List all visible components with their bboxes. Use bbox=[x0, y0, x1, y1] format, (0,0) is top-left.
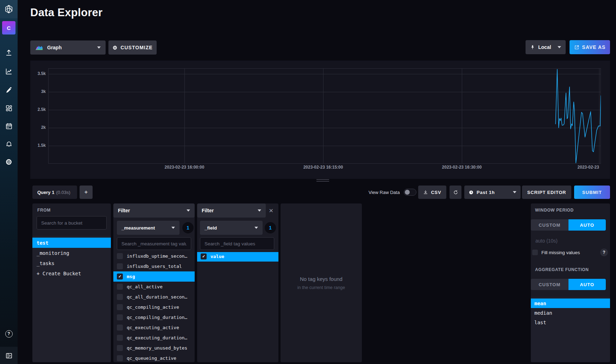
close-filter-icon[interactable]: × bbox=[269, 207, 273, 214]
refresh-button[interactable] bbox=[450, 186, 461, 199]
bucket-list-item[interactable]: _monitoring bbox=[32, 248, 111, 258]
tag-value-row[interactable]: ✓msg bbox=[113, 271, 195, 282]
tag-value-row[interactable]: ✓value bbox=[197, 252, 278, 262]
filter-type-dropdown[interactable]: Filter bbox=[197, 203, 266, 218]
time-series-chart bbox=[48, 68, 601, 164]
tag-value-row[interactable]: influxdb_uptime_secon… bbox=[113, 252, 195, 261]
unchecked-checkbox[interactable] bbox=[117, 304, 123, 310]
filter-type-dropdown[interactable]: Filter bbox=[113, 203, 195, 218]
tag-value-row[interactable]: qc_compiling_duration… bbox=[113, 312, 195, 322]
sidebar-item-data-explorer[interactable] bbox=[0, 66, 18, 77]
data-series-line bbox=[555, 69, 601, 163]
unchecked-checkbox[interactable] bbox=[117, 284, 123, 290]
sidebar-item-help[interactable]: ? bbox=[0, 328, 18, 339]
checked-checkbox[interactable]: ✓ bbox=[117, 274, 123, 280]
tag-value-row[interactable]: qc_all_active bbox=[113, 282, 195, 292]
sidebar-item-upload[interactable] bbox=[0, 48, 18, 58]
tag-value-row[interactable]: qc_executing_active bbox=[113, 322, 195, 333]
bell-icon bbox=[5, 141, 13, 148]
bucket-list: test_monitoring_tasks+ Create Bucket bbox=[32, 236, 111, 362]
tag-value-label: value bbox=[210, 254, 224, 259]
custom-button[interactable]: CUSTOM bbox=[531, 279, 568, 290]
unchecked-checkbox[interactable] bbox=[117, 314, 123, 320]
unchecked-checkbox[interactable] bbox=[117, 294, 123, 300]
tag-value-label: qc_executing_active bbox=[127, 325, 179, 330]
customize-button[interactable]: CUSTOMIZE bbox=[108, 40, 157, 55]
sidebar-item-alerts[interactable] bbox=[0, 139, 18, 150]
aggregate-function-item[interactable]: last bbox=[531, 318, 610, 327]
sidebar-item-dashboards[interactable] bbox=[0, 103, 18, 113]
org-avatar[interactable]: C bbox=[2, 21, 15, 34]
csv-download-button[interactable]: CSV bbox=[418, 186, 446, 199]
tag-value-row[interactable]: qc_memory_unused_bytes bbox=[113, 343, 195, 353]
plot-area[interactable] bbox=[48, 68, 601, 164]
panel-resize-handle[interactable] bbox=[316, 179, 329, 183]
tag-value-label: influxdb_uptime_secon… bbox=[127, 253, 187, 259]
tag-value-row[interactable]: influxdb_users_total bbox=[113, 261, 195, 271]
script-editor-button[interactable]: SCRIPT EDITOR bbox=[522, 186, 571, 199]
tag-value-row[interactable]: qc_queueing_active bbox=[113, 353, 195, 362]
measurement-search-input[interactable] bbox=[117, 237, 191, 250]
unchecked-checkbox[interactable] bbox=[117, 345, 123, 351]
filter-title: Filter bbox=[202, 208, 214, 213]
aggregate-function-item[interactable]: mean bbox=[531, 299, 610, 308]
customize-label: CUSTOMIZE bbox=[120, 45, 152, 50]
fill-missing-values-checkbox[interactable] bbox=[532, 250, 538, 255]
pencil-icon bbox=[5, 86, 13, 94]
tag-value-row[interactable]: qc_executing_duration… bbox=[113, 333, 195, 343]
chevron-down-icon bbox=[254, 227, 258, 229]
y-axis-tick-label: 1.5k bbox=[32, 143, 46, 148]
sidebar-item-settings[interactable] bbox=[0, 157, 18, 167]
data-explorer-page: C bbox=[0, 0, 616, 364]
submit-button[interactable]: SUBMIT bbox=[574, 186, 610, 199]
sidebar-item-tasks[interactable] bbox=[0, 121, 18, 131]
bucket-list-item[interactable]: test bbox=[32, 238, 111, 248]
dashboards-icon bbox=[5, 105, 13, 112]
query-tab[interactable]: Query 1 (0.03s) bbox=[32, 186, 77, 199]
field-key-dropdown[interactable]: _field bbox=[200, 221, 263, 235]
aggregate-function-item[interactable]: median bbox=[531, 308, 610, 318]
measurement-key-dropdown[interactable]: _measurement bbox=[117, 221, 180, 235]
unchecked-checkbox[interactable] bbox=[117, 263, 123, 269]
local-label: Local bbox=[538, 44, 551, 50]
save-as-button[interactable]: SAVE AS bbox=[570, 40, 610, 54]
unchecked-checkbox[interactable] bbox=[117, 335, 123, 341]
unchecked-checkbox[interactable] bbox=[117, 325, 123, 331]
custom-button[interactable]: CUSTOM bbox=[531, 219, 568, 231]
tag-value-row[interactable]: qc_all_duration_secon… bbox=[113, 292, 195, 302]
tag-value-label: influxdb_users_total bbox=[127, 264, 182, 269]
view-raw-data-label: View Raw Data bbox=[369, 190, 400, 195]
fill-help-icon[interactable]: ? bbox=[600, 249, 608, 256]
field-search-input[interactable] bbox=[200, 237, 274, 250]
aggregate-mode-toggle: CUSTOM AUTO bbox=[531, 279, 606, 290]
auto-button[interactable]: AUTO bbox=[568, 279, 606, 290]
local-dropdown[interactable]: Local bbox=[526, 40, 566, 54]
add-query-button[interactable]: + bbox=[80, 186, 93, 199]
save-as-label: SAVE AS bbox=[582, 44, 606, 50]
aggregate-function-label: AGGREGATE FUNCTION bbox=[535, 267, 589, 272]
export-icon bbox=[574, 45, 579, 50]
aggregate-function-list: meanmedianlast bbox=[531, 297, 610, 362]
tag-value-label: qc_queueing_active bbox=[127, 356, 176, 361]
field-value-list: ✓value bbox=[197, 252, 278, 362]
unchecked-checkbox[interactable] bbox=[117, 355, 123, 361]
y-axis-tick-label: 3k bbox=[32, 89, 46, 94]
influxdb-logo[interactable] bbox=[0, 0, 18, 18]
visualization-type-dropdown[interactable]: Graph bbox=[30, 40, 106, 55]
checked-checkbox[interactable]: ✓ bbox=[201, 253, 207, 259]
view-raw-data-toggle[interactable] bbox=[404, 189, 416, 196]
unchecked-checkbox[interactable] bbox=[117, 253, 123, 259]
bucket-search-input[interactable] bbox=[37, 216, 107, 230]
field-filter-panel: Filter × _field 1 ✓value bbox=[197, 203, 278, 362]
auto-button[interactable]: AUTO bbox=[568, 219, 606, 231]
fill-missing-values-label: Fill missing values bbox=[541, 250, 580, 255]
tag-value-label: qc_all_duration_secon… bbox=[127, 294, 187, 300]
sidebar-item-notebooks[interactable] bbox=[0, 84, 18, 95]
tag-value-row[interactable]: qc_compiling_active bbox=[113, 302, 195, 312]
time-range-dropdown[interactable]: Past 1h bbox=[464, 186, 521, 199]
from-panel-title: FROM bbox=[37, 208, 51, 213]
sidebar-expand-button[interactable] bbox=[0, 350, 18, 361]
pin-icon bbox=[530, 45, 535, 50]
bucket-list-item[interactable]: _tasks bbox=[32, 258, 111, 268]
bucket-list-item[interactable]: + Create Bucket bbox=[32, 268, 111, 278]
